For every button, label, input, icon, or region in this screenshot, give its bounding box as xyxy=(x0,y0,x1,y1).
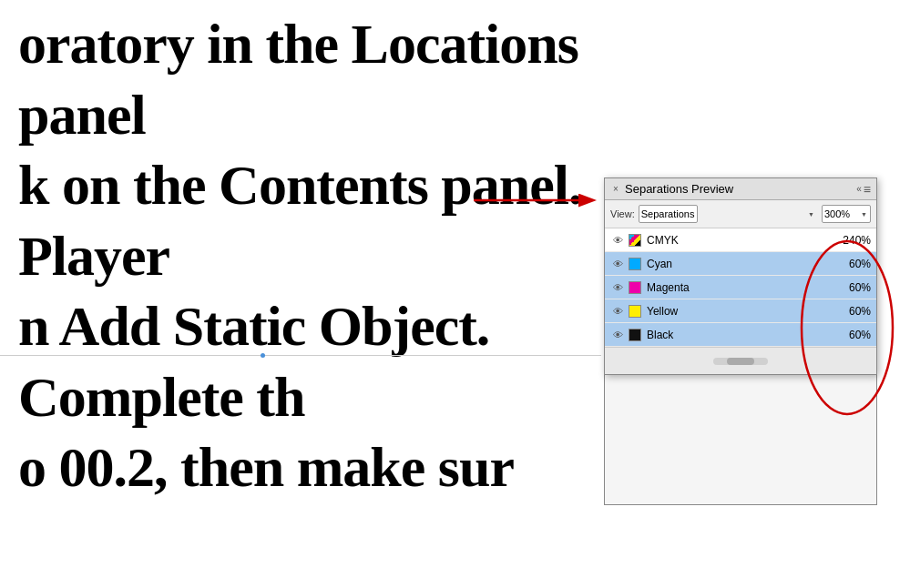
doc-line-2: k on the Contents panel. Player xyxy=(18,150,583,291)
panel-scrollbar-thumb xyxy=(727,358,754,365)
sep-row-magenta[interactable]: 👁 Magenta 60% xyxy=(605,276,876,299)
blue-dot xyxy=(261,353,265,358)
sep-row-cyan[interactable]: 👁 Cyan 60% xyxy=(605,252,876,276)
sep-row-black[interactable]: 👁 Black 60% xyxy=(605,323,876,347)
sep-name-magenta: Magenta xyxy=(647,281,838,294)
separations-panel: × Separations Preview « ≡ View: Separati… xyxy=(604,177,877,375)
sep-name-cyan: Cyan xyxy=(647,258,838,270)
view-select-wrapper: Separations xyxy=(639,205,818,223)
doc-line-1: oratory in the Locations panel xyxy=(18,9,583,150)
doc-line-3: n Add Static Object. Complete th xyxy=(18,291,583,432)
panel-background xyxy=(604,364,877,505)
sep-row-yellow[interactable]: 👁 Yellow 60% xyxy=(605,299,876,323)
sep-row-cmyk[interactable]: 👁 CMYK 240% xyxy=(605,228,876,252)
swatch-black xyxy=(629,329,641,341)
panel-menu-button[interactable]: ≡ xyxy=(864,182,871,197)
zoom-select[interactable]: 300% xyxy=(822,205,871,223)
visibility-icon-yellow[interactable]: 👁 xyxy=(610,304,625,319)
sep-percent-cmyk: 240% xyxy=(838,234,871,247)
sep-name-cmyk: CMYK xyxy=(647,234,838,247)
view-label: View: xyxy=(610,208,635,219)
sep-percent-magenta: 60% xyxy=(838,281,871,294)
sep-name-black: Black xyxy=(647,329,838,341)
sep-percent-cyan: 60% xyxy=(838,258,871,270)
visibility-icon-black[interactable]: 👁 xyxy=(610,328,625,342)
swatch-yellow xyxy=(629,305,641,318)
separations-list: 👁 CMYK 240% 👁 Cyan 60% 👁 Magenta 60% 👁 Y… xyxy=(605,228,876,347)
swatch-cmyk xyxy=(629,234,641,247)
zoom-select-wrapper: 300% xyxy=(822,205,871,223)
visibility-icon-cmyk[interactable]: 👁 xyxy=(610,233,625,248)
document-rule xyxy=(0,355,601,356)
view-select[interactable]: Separations xyxy=(639,205,698,223)
panel-title: Separations Preview xyxy=(621,182,856,196)
panel-close-button[interactable]: × xyxy=(610,184,621,195)
doc-line-4: o 00.2, then make sur xyxy=(18,432,583,503)
swatch-magenta xyxy=(629,281,641,294)
sep-percent-black: 60% xyxy=(838,329,871,341)
sep-name-yellow: Yellow xyxy=(647,305,838,318)
panel-scrollbar-track[interactable] xyxy=(713,358,768,365)
sep-percent-yellow: 60% xyxy=(838,305,871,318)
panel-titlebar: × Separations Preview « ≡ xyxy=(605,178,876,200)
panel-controls: View: Separations 300% xyxy=(605,200,876,228)
visibility-icon-magenta[interactable]: 👁 xyxy=(610,280,625,295)
panel-collapse-button[interactable]: « xyxy=(856,184,862,194)
visibility-icon-cyan[interactable]: 👁 xyxy=(610,257,625,271)
swatch-cyan xyxy=(629,258,641,270)
panel-bottom xyxy=(605,347,876,374)
document-text: oratory in the Locations panel k on the … xyxy=(0,0,601,512)
